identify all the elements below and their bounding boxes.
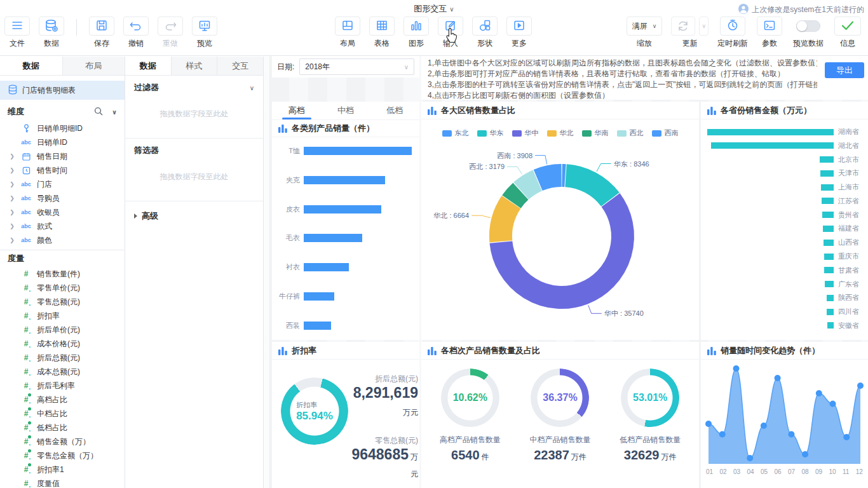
dimension-item[interactable]: ❯ abc 款式 — [0, 219, 125, 233]
bar-row[interactable]: 广东省 — [707, 280, 863, 289]
config-tab-交互[interactable]: 交互 — [217, 57, 263, 75]
expand-icon[interactable]: ❯ — [9, 223, 15, 229]
date-filter-select[interactable]: 2018年 ∨ — [299, 58, 414, 75]
measure-item[interactable]: #. 中档占比 — [0, 407, 125, 421]
tier-gauge[interactable]: 53.01% 低档产品销售数量 32629万件 — [620, 369, 681, 463]
toolbar-button-layout[interactable]: 布局 — [335, 17, 360, 49]
expand-icon[interactable]: ❯ — [9, 195, 15, 201]
sidebar-tab-布局[interactable]: 布局 — [63, 57, 125, 75]
legend-item[interactable]: 华北 — [547, 128, 574, 138]
bar-row[interactable]: 牛仔裤 — [276, 292, 412, 301]
donut-segment-华南[interactable] — [512, 191, 520, 201]
sidebar-tab-数据[interactable]: 数据 — [0, 57, 63, 75]
tier-tab-高档[interactable]: 高档 — [272, 102, 321, 119]
data-point[interactable] — [747, 455, 753, 461]
bar-row[interactable]: 毛衣 — [276, 233, 412, 243]
expand-icon[interactable]: ❯ — [9, 153, 15, 159]
filter-drop-zone[interactable]: 拖拽数据字段至此处 — [134, 93, 254, 134]
tier-gauge[interactable]: 36.37% 中档产品销售数量 22387万件 — [529, 369, 590, 463]
measure-item[interactable]: #. 成本总额(元) — [0, 365, 125, 379]
zoom-control[interactable]: 满屏∨ 缩放 — [627, 17, 663, 49]
data-point[interactable] — [843, 434, 850, 440]
toolbar-button-redo[interactable]: 重做 — [158, 17, 183, 49]
config-tab-样式[interactable]: 样式 — [172, 57, 218, 75]
toolbar-button-more[interactable]: 更多 — [506, 17, 532, 49]
expand-icon[interactable]: ❯ — [9, 209, 15, 215]
data-point[interactable] — [830, 401, 836, 407]
toolbar-button-params[interactable]: 参数 — [757, 17, 782, 49]
measure-item[interactable]: #. 高档占比 — [0, 393, 125, 407]
dimension-item[interactable]: 日销单明细ID — [0, 121, 125, 135]
data-point[interactable] — [857, 383, 864, 389]
dimension-item[interactable]: ❯ abc 颜色 — [0, 233, 125, 247]
bar-row[interactable]: 湖南省 — [707, 127, 863, 137]
data-point[interactable] — [788, 431, 794, 438]
measure-item[interactable]: #. 成本价格(元) — [0, 337, 125, 351]
bar-row[interactable]: 江苏省 — [707, 196, 863, 206]
tier-gauge[interactable]: 10.62% 高档产品销售数量 6540件 — [440, 369, 501, 463]
toolbar-button-shape[interactable]: 形状 — [472, 17, 498, 49]
data-point[interactable] — [802, 451, 808, 458]
donut-segment-华东[interactable] — [566, 175, 611, 200]
legend-item[interactable]: 华东 — [477, 128, 504, 138]
measure-item[interactable]: #. 折扣率1 — [0, 463, 125, 477]
bar-row[interactable]: 山西省 — [707, 238, 863, 247]
toolbar-button-table[interactable]: 表格 — [369, 17, 395, 49]
measure-item[interactable]: #. 折后总额(元) — [0, 351, 125, 365]
bar-row[interactable]: T恤 — [276, 146, 412, 156]
bar-row[interactable]: 北京市 — [707, 155, 863, 165]
legend-item[interactable]: 东北 — [442, 128, 469, 138]
toolbar-button-undo[interactable]: 撤销 — [123, 17, 149, 49]
trend-area-chart[interactable] — [701, 360, 868, 468]
legend-item[interactable]: 西南 — [652, 128, 679, 138]
toolbar-button-database[interactable]: 数据 — [39, 17, 64, 49]
measure-item[interactable]: #. 度量值 — [0, 477, 125, 488]
region-donut-chart[interactable]: 华东 : 8346华中 : 35740华北 : 6664西北 : 3179西南 … — [421, 138, 699, 329]
search-icon[interactable] — [94, 107, 103, 118]
config-tab-数据[interactable]: 数据 — [125, 57, 172, 75]
toolbar-button-edit[interactable]: 输入 — [438, 17, 463, 49]
toolbar-button-preview[interactable]: 预览 — [192, 17, 217, 49]
measure-item[interactable]: #. 零售单价(元) — [0, 281, 125, 295]
collapse-filter-icon[interactable]: ∨ — [250, 85, 254, 92]
toolbar-button-timer-refresh[interactable]: 定时刷新 — [717, 17, 748, 49]
measure-item[interactable]: #. 低档占比 — [0, 421, 125, 435]
bar-row[interactable]: 重庆市 — [707, 252, 863, 261]
tier-tab-低档[interactable]: 低档 — [370, 102, 419, 119]
measure-item[interactable]: # 销售数量(件) — [0, 267, 125, 281]
bar-row[interactable]: 贵州省 — [707, 210, 863, 220]
toolbar-button-info[interactable]: 信息 — [834, 17, 861, 49]
toolbar-button-menu[interactable]: 文件 — [4, 17, 30, 49]
document-title-dropdown[interactable]: 图形交互∨ — [0, 3, 868, 15]
dimension-item[interactable]: abc 日销单ID — [0, 135, 125, 149]
measure-item[interactable]: #. 折扣率 — [0, 309, 125, 323]
expand-icon[interactable]: ❯ — [9, 167, 15, 173]
measure-item[interactable]: #. 折后单价(元) — [0, 323, 125, 337]
bar-row[interactable]: 天津市 — [707, 168, 863, 178]
donut-segment-西南[interactable] — [538, 175, 562, 180]
bar-row[interactable]: 甘肃省 — [707, 266, 863, 275]
bar-row[interactable]: 福建省 — [707, 224, 863, 233]
measure-item[interactable]: #. 零售总金额（万） — [0, 449, 125, 463]
dimension-item[interactable]: ❯ abc 导购员 — [0, 191, 125, 205]
dimension-item[interactable]: ❯ abc 门店 — [0, 177, 125, 191]
bar-row[interactable]: 四川省 — [707, 307, 863, 316]
measure-item[interactable]: #. 零售总额(元) — [0, 295, 125, 309]
measure-item[interactable]: #. 折后毛利率 — [0, 379, 125, 393]
panel-scrollbar-lane[interactable] — [264, 57, 270, 488]
bar-row[interactable]: 安徽省 — [707, 321, 863, 330]
bar-row[interactable]: 衬衣 — [276, 262, 412, 272]
collapse-dimensions-icon[interactable]: ∨ — [112, 109, 117, 116]
legend-item[interactable]: 西北 — [617, 128, 644, 138]
dimension-item[interactable]: ❯ 销售时间 — [0, 163, 125, 177]
bar-row[interactable]: 皮衣 — [276, 205, 412, 214]
measure-item[interactable]: #. 销售金额（万） — [0, 435, 125, 449]
dataset-item[interactable]: 门店销售明细表 — [0, 81, 125, 100]
data-point[interactable] — [719, 431, 726, 438]
toolbar-button-update[interactable]: ∨ 更新 — [671, 17, 709, 49]
data-point[interactable] — [761, 423, 767, 429]
province-bar-chart[interactable]: 湖南省 湖北省 北京市 天津市 上海市 江苏省 贵州省 福建省 山西省 重庆市 … — [701, 119, 868, 336]
advanced-section[interactable]: 高级 — [125, 201, 263, 222]
dimension-item[interactable]: ❯ abc 收银员 — [0, 205, 125, 219]
export-button[interactable]: 导出 — [825, 62, 864, 78]
